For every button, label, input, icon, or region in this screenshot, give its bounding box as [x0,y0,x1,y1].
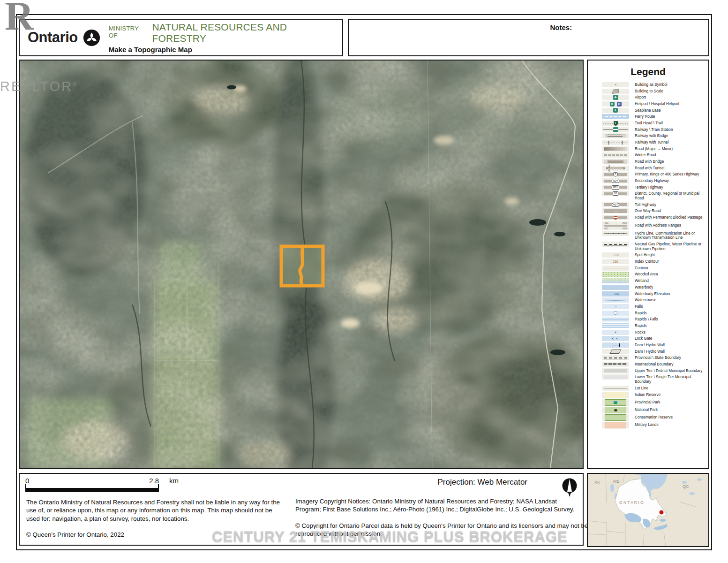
prov-boundary-icon [602,355,629,360]
address-ranges-icon: 420500421499 [602,221,629,230]
heliport-icon [602,101,629,107]
legend-item-label: Road with Tunnel [635,166,664,171]
legend-item-label: Road with Permanent Blocked Passage [635,215,702,221]
building-symbol-icon [602,82,629,87]
legend-item-label: Contour [635,266,648,271]
legend-item-label: Building to Scale [635,89,663,94]
legend-item: Road with Tunnel [588,165,708,172]
legend-item-label: Seaplane Base [635,108,661,114]
legend-item-label: Road with Address Ranges [635,223,681,228]
railway-tunnel-icon [602,140,629,145]
watercourse-icon [602,297,629,303]
one-way-icon [602,208,629,213]
ontario-locator-map: SK MB QC O N T A R I O [588,474,708,546]
legend-panel: Legend Building as SymbolBuilding to Sca… [587,60,709,469]
legend-item: Provincial Park [588,399,708,406]
waterbody-elev-icon: . 184 [602,291,629,297]
locator-inset-map: SK MB QC O N T A R I O [587,473,709,547]
legend-item: 28District, County, Regional or Municipa… [588,190,708,201]
legend-item: 524Secondary Highway [588,178,708,184]
natl-park-icon [602,407,629,413]
legend-item: Building to Scale [588,88,708,95]
legend-item: Lock Gate [588,335,708,342]
legend-item-label: Rapids [635,311,647,316]
road-blocked-icon [602,215,629,220]
trillium-logo-icon [83,29,100,46]
legend-item: Wooded Area [588,271,708,278]
legend-item: Contour [588,265,708,272]
legend-item-label: Waterbody Elevation [635,291,670,297]
topographic-map-page: Ontario MINISTRY OF NATURAL RESOURCES AN… [0,0,728,563]
legend-item-label: Tertiary Highway [635,185,663,190]
legend-item-label: Ferry Route [635,114,655,120]
legend-item-label: Primary, Kings or 400 Series Highway [635,172,699,177]
hwy-municipal-icon: 28 [602,191,629,196]
railway-station-icon [602,127,629,132]
legend-item-label: Winter Road [635,152,656,158]
inset-label-sk: SK [594,480,600,485]
legend-item: Waterbody [588,284,708,291]
legend-item-label: Conservation Reserve [635,415,673,420]
legend-item-label: Rocks [635,330,645,335]
ontario-wordmark: Ontario [28,29,78,46]
legend-item-label: Lot Line [635,386,648,391]
hydro-line-icon [602,231,629,236]
legend-item-label: Index Contour [635,259,659,265]
scale-bar-rule [25,488,159,492]
scale-unit-label: km [169,477,179,485]
ontario-brand: Ontario [20,29,100,46]
legend-item: 7Primary, Kings or 400 Series Highway [588,171,708,178]
ministry-prefix: MINISTRY OF [109,25,149,39]
legend-item-label: Spot Height [635,252,655,258]
legend-title: Legend [588,66,708,77]
seaplane-icon [602,108,629,113]
legend-item-label: Railway with Bridge [635,133,668,139]
legend-item: Road with Permanent Blocked Passage [588,214,708,221]
legend-item-label: Waterbody [635,285,653,290]
legend-item: Natural Gas Pipeline, Water Pipeline or … [588,241,708,252]
legend-item-label: Trail Head \ Trail [635,121,663,126]
legend-item-label: Lock Gate [635,336,652,342]
pipeline-icon [602,242,629,247]
legend-item: Airport [588,94,708,101]
legend-item: National Park [588,406,708,414]
legend-item: Building as Symbol [588,82,708,88]
legend-item: Watercourse [588,297,708,304]
disclaimer-text: The Ontario Ministry of Natural Resource… [26,498,283,523]
road-tunnel-icon [602,166,629,171]
hwy-toll-icon: 407 [602,202,629,207]
legend-item: Lower Tier \ Single Tier Municipal Bound… [588,374,708,385]
scale-bar: 0 2.8 km [25,477,159,494]
legend-item-label: Lower Tier \ Single Tier Municipal Bound… [635,374,708,384]
hwy-secondary-icon: 524 [602,178,629,183]
legend-item-label: Dam \ Hydro Wall [635,349,665,355]
military-icon [602,422,629,428]
projection-label: Projection: Web Mercator [438,478,527,487]
legend-item: International Boundary [588,361,708,368]
legend-item: Conservation Reserve [588,414,708,421]
legend-item: Road with Bridge [588,159,708,165]
legend-item-label: Wetland [635,278,649,284]
legend-item: . 238Spot Height [588,252,708,259]
waterbody-icon [602,285,629,290]
legend-item: Upper Tier \ District Municipal Boundary [588,368,708,374]
indian-reserve-icon [602,392,629,398]
road-major-icon [602,146,629,152]
legend-item: One Way Road [588,208,708,214]
legend-item: Dam \ Hydro Wall [588,349,708,355]
intl-boundary-icon [602,362,629,367]
legend-item: Rapids [588,323,708,329]
legend-item: Indian Reserve [588,391,708,399]
legend-item-label: Road with Bridge [635,159,664,165]
page-title: Make a Topographic Map [109,46,342,53]
lock-gate-icon [602,336,629,341]
legend-item-label: Building as Symbol [635,82,668,88]
legend-item: Dam \ Hydro Wall [588,342,708,349]
upper-tier-icon [602,368,629,373]
hwy-tertiary-icon: 801 [602,185,629,190]
building-scale-icon [602,89,629,94]
index-contour-icon: 236 [602,259,629,264]
legend-item: 801Tertiary Highway [588,184,708,191]
inset-label-ontario: O N T A R I O [619,500,644,505]
trailhead-icon [602,121,629,126]
